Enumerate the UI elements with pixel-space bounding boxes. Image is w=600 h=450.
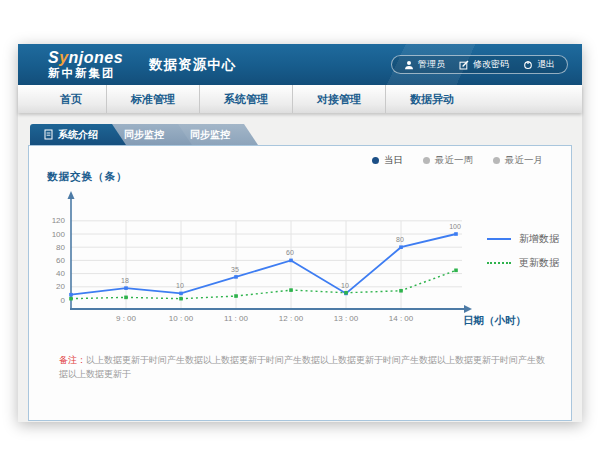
filter-last-month-label: 最近一月 [505, 154, 543, 167]
logo-company-name: 新中新集团 [48, 67, 123, 79]
radio-dot-icon [493, 157, 500, 164]
svg-text:0: 0 [61, 296, 66, 305]
nav-item-standard-mgmt[interactable]: 标准管理 [106, 85, 199, 113]
nav-item-interface-mgmt[interactable]: 对接管理 [292, 85, 385, 113]
filter-last-month[interactable]: 最近一月 [493, 154, 543, 167]
page-title: 数据资源中心 [149, 56, 236, 74]
radio-dot-icon [372, 157, 379, 164]
logo-text-pre: S [48, 49, 59, 66]
svg-text:10: 10 [341, 282, 349, 289]
user-icon [404, 60, 414, 70]
filter-today-label: 当日 [384, 154, 403, 167]
svg-text:10: 10 [176, 282, 184, 289]
app-window: Synjones 新中新集团 数据资源中心 管理员 修改密码 退出 [18, 44, 582, 422]
svg-text:80: 80 [56, 243, 65, 252]
tab-bar: 系统介绍 同步监控 同步监控 [30, 124, 572, 145]
tab-system-intro-label: 系统介绍 [58, 124, 98, 145]
svg-text:13 : 00: 13 : 00 [334, 314, 359, 323]
change-password-button[interactable]: 修改密码 [459, 58, 509, 71]
svg-text:12 : 00: 12 : 00 [279, 314, 304, 323]
admin-user-label: 管理员 [418, 58, 445, 71]
footnote-text: 以上数据更新于时间产生数据以上数据更新于时间产生数据以上数据更新于时间产生数据以… [59, 355, 545, 379]
svg-text:18: 18 [121, 277, 129, 284]
svg-text:11 : 00: 11 : 00 [224, 314, 248, 323]
tab-sync-monitor-2-label: 同步监控 [190, 124, 230, 145]
edit-icon [459, 60, 469, 70]
svg-text:9 : 00: 9 : 00 [116, 314, 137, 323]
user-menu: 管理员 修改密码 退出 [391, 55, 568, 74]
radio-dot-icon [423, 157, 430, 164]
tab-system-intro[interactable]: 系统介绍 [30, 124, 126, 145]
time-range-filter: 当日 最近一周 最近一月 [372, 154, 543, 167]
tab-sync-monitor-1-label: 同步监控 [124, 124, 164, 145]
y-axis-title: 数据交换（条） [47, 170, 128, 184]
line-chart: 0204060801001209 : 0010 : 0011 : 0012 : … [41, 188, 477, 346]
logout-label: 退出 [537, 58, 555, 71]
logo-brand-text: Synjones [48, 50, 123, 67]
logo-text-post: njones [69, 49, 124, 66]
admin-user-button[interactable]: 管理员 [404, 58, 445, 71]
svg-text:100: 100 [449, 223, 461, 230]
app-header: Synjones 新中新集团 数据资源中心 管理员 修改密码 退出 [18, 44, 582, 85]
nav-item-data-change[interactable]: 数据异动 [385, 85, 478, 113]
filter-last-week-label: 最近一周 [435, 154, 473, 167]
filter-last-week[interactable]: 最近一周 [423, 154, 473, 167]
chart-panel: 当日 最近一周 最近一月 数据交换（条） 0204060801001209 : … [28, 145, 572, 421]
x-axis-title: 日期（小时） [463, 314, 526, 328]
legend-label-updated-data: 更新数据 [519, 256, 559, 270]
svg-text:120: 120 [52, 216, 66, 225]
logout-button[interactable]: 退出 [523, 58, 555, 71]
svg-text:14 : 00: 14 : 00 [389, 314, 414, 323]
svg-text:60: 60 [286, 249, 294, 256]
solid-line-icon [487, 238, 511, 240]
company-logo: Synjones 新中新集团 [48, 50, 123, 79]
footnote: 备注：以上数据更新于时间产生数据以上数据更新于时间产生数据以上数据更新于时间产生… [59, 354, 551, 381]
content-area: 系统介绍 同步监控 同步监控 当日 最近一周 [18, 113, 582, 422]
document-icon [44, 129, 53, 140]
main-navigation: 首页 标准管理 系统管理 对接管理 数据异动 [18, 85, 582, 113]
svg-text:100: 100 [52, 230, 66, 239]
svg-text:10 : 00: 10 : 00 [169, 314, 194, 323]
logo-text-accent: y [59, 49, 68, 66]
power-icon [523, 60, 533, 70]
svg-text:80: 80 [396, 236, 404, 243]
change-password-label: 修改密码 [473, 58, 509, 71]
svg-text:20: 20 [56, 282, 65, 291]
svg-text:35: 35 [231, 266, 239, 273]
footnote-prefix: 备注： [59, 355, 86, 365]
filter-today[interactable]: 当日 [372, 154, 403, 167]
legend-item-updated-data: 更新数据 [487, 256, 559, 270]
svg-text:40: 40 [56, 269, 65, 278]
chart-legend: 新增数据 更新数据 [487, 232, 559, 270]
nav-item-home[interactable]: 首页 [36, 85, 106, 113]
legend-item-new-data: 新增数据 [487, 232, 559, 246]
legend-label-new-data: 新增数据 [519, 232, 559, 246]
dotted-line-icon [487, 262, 511, 264]
svg-text:60: 60 [56, 256, 65, 265]
nav-item-system-mgmt[interactable]: 系统管理 [199, 85, 292, 113]
